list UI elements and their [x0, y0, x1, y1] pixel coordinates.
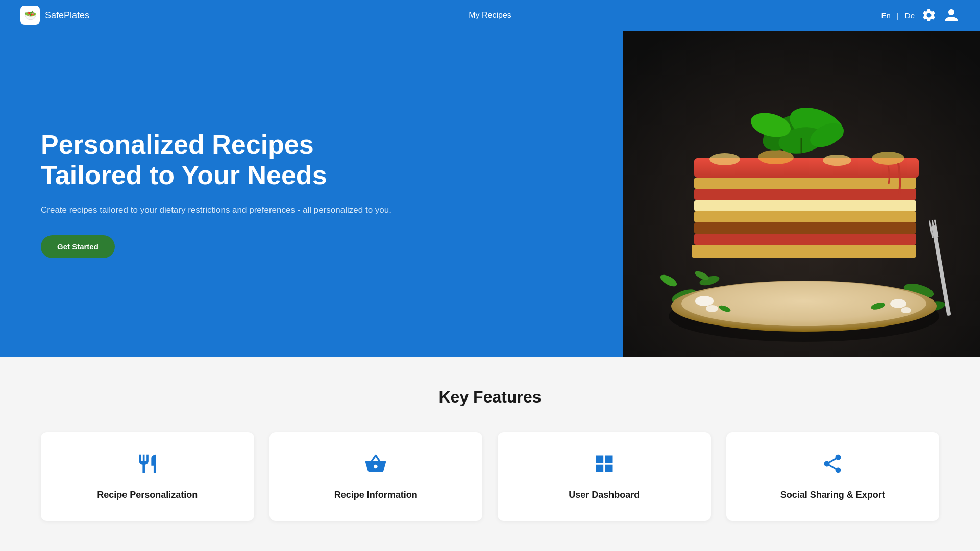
- dashboard-icon: [593, 453, 616, 480]
- svg-rect-10: [694, 234, 916, 245]
- feature-name-social-sharing: Social Sharing & Export: [780, 490, 885, 500]
- features-section: Key Features Recipe Personalization Reci…: [0, 357, 980, 551]
- svg-point-35: [890, 299, 906, 308]
- lasagna-svg: [623, 31, 980, 357]
- svg-point-17: [709, 153, 740, 165]
- svg-point-19: [823, 155, 851, 166]
- svg-rect-11: [694, 222, 916, 234]
- settings-icon[interactable]: [921, 7, 937, 23]
- brand-logo-emoji: 🥗: [24, 9, 37, 21]
- hero-subtitle: Create recipes tailored to your dietary …: [41, 203, 398, 217]
- svg-rect-12: [694, 211, 916, 222]
- svg-point-33: [695, 296, 714, 306]
- feature-card-recipe-personalization: Recipe Personalization: [41, 432, 254, 521]
- features-grid: Recipe Personalization Recipe Informatio…: [41, 432, 939, 521]
- hero-content: Personalized Recipes Tailored to Your Ne…: [41, 130, 398, 258]
- svg-rect-14: [694, 189, 916, 200]
- brand-logo-icon: 🥗: [20, 6, 40, 25]
- lang-en-button[interactable]: En: [881, 11, 891, 20]
- user-icon[interactable]: [943, 7, 960, 23]
- feature-card-recipe-information: Recipe Information: [270, 432, 483, 521]
- feature-name-recipe-personalization: Recipe Personalization: [97, 490, 198, 500]
- svg-point-20: [872, 152, 904, 165]
- features-title: Key Features: [41, 388, 939, 407]
- get-started-button[interactable]: Get Started: [41, 235, 115, 258]
- utensils-icon: [136, 453, 159, 480]
- brand: 🥗 SafePlates: [20, 6, 89, 25]
- brand-name: SafePlates: [45, 10, 89, 21]
- lasagna-scene: [623, 31, 980, 357]
- hero-section: Personalized Recipes Tailored to Your Ne…: [0, 31, 980, 357]
- share-icon: [821, 453, 844, 480]
- basket-icon: [364, 453, 387, 480]
- feature-card-user-dashboard: User Dashboard: [498, 432, 711, 521]
- my-recipes-link[interactable]: My Recipes: [469, 11, 511, 19]
- navbar-right: En | De: [881, 7, 960, 23]
- lang-de-button[interactable]: De: [905, 11, 915, 20]
- navbar: 🥗 SafePlates My Recipes En | De: [0, 0, 980, 31]
- svg-point-34: [706, 305, 718, 312]
- svg-rect-13: [694, 200, 916, 211]
- svg-point-8: [681, 281, 926, 326]
- hero-image: [623, 31, 980, 357]
- svg-rect-15: [694, 178, 916, 189]
- lang-separator: |: [897, 11, 899, 20]
- navbar-center: My Recipes: [469, 11, 511, 20]
- hero-title: Personalized Recipes Tailored to Your Ne…: [41, 130, 398, 191]
- svg-rect-9: [692, 245, 916, 258]
- feature-name-recipe-information: Recipe Information: [334, 490, 418, 500]
- svg-point-36: [901, 307, 911, 313]
- feature-name-user-dashboard: User Dashboard: [569, 490, 640, 500]
- feature-card-social-sharing: Social Sharing & Export: [726, 432, 940, 521]
